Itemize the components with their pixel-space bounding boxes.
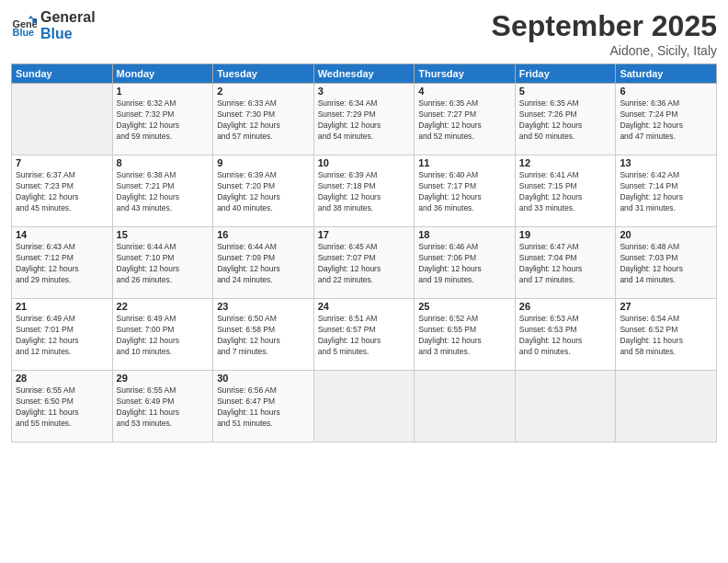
calendar-cell: 29Sunrise: 6:55 AM Sunset: 6:49 PM Dayli… [112, 371, 213, 442]
day-number: 8 [117, 157, 210, 168]
calendar-cell: 15Sunrise: 6:44 AM Sunset: 7:10 PM Dayli… [112, 227, 213, 299]
day-number: 30 [217, 373, 310, 384]
day-number: 29 [117, 373, 210, 384]
day-number: 16 [217, 229, 310, 240]
day-number: 13 [620, 157, 712, 168]
day-number: 1 [117, 86, 210, 97]
column-header-tuesday: Tuesday [213, 64, 314, 84]
calendar-cell [515, 371, 616, 442]
calendar-cell: 25Sunrise: 6:52 AM Sunset: 6:55 PM Dayli… [415, 299, 516, 371]
day-info: Sunrise: 6:51 AM Sunset: 6:57 PM Dayligh… [318, 314, 411, 358]
calendar-cell: 22Sunrise: 6:49 AM Sunset: 7:00 PM Dayli… [112, 299, 213, 371]
day-info: Sunrise: 6:44 AM Sunset: 7:09 PM Dayligh… [217, 242, 310, 286]
column-header-saturday: Saturday [616, 64, 717, 84]
day-number: 12 [519, 157, 612, 168]
day-info: Sunrise: 6:49 AM Sunset: 7:00 PM Dayligh… [117, 314, 210, 358]
calendar-cell: 17Sunrise: 6:45 AM Sunset: 7:07 PM Dayli… [313, 227, 415, 299]
day-number: 2 [217, 86, 310, 97]
calendar-cell: 2Sunrise: 6:33 AM Sunset: 7:30 PM Daylig… [213, 84, 314, 155]
day-number: 25 [418, 301, 511, 312]
day-info: Sunrise: 6:50 AM Sunset: 6:58 PM Dayligh… [217, 314, 310, 358]
day-info: Sunrise: 6:47 AM Sunset: 7:04 PM Dayligh… [519, 242, 612, 286]
calendar-cell: 28Sunrise: 6:55 AM Sunset: 6:50 PM Dayli… [12, 371, 113, 442]
day-number: 3 [318, 86, 411, 97]
day-info: Sunrise: 6:38 AM Sunset: 7:21 PM Dayligh… [117, 170, 210, 214]
day-number: 24 [318, 301, 411, 312]
column-header-thursday: Thursday [415, 64, 516, 84]
day-info: Sunrise: 6:39 AM Sunset: 7:18 PM Dayligh… [318, 170, 411, 214]
day-info: Sunrise: 6:54 AM Sunset: 6:52 PM Dayligh… [620, 314, 712, 358]
calendar-cell: 18Sunrise: 6:46 AM Sunset: 7:06 PM Dayli… [415, 227, 516, 299]
day-info: Sunrise: 6:55 AM Sunset: 6:50 PM Dayligh… [16, 385, 108, 430]
day-number: 17 [318, 229, 411, 240]
calendar-cell [12, 84, 113, 155]
day-number: 23 [217, 301, 310, 312]
day-info: Sunrise: 6:46 AM Sunset: 7:06 PM Dayligh… [418, 242, 511, 286]
day-number: 22 [117, 301, 210, 312]
day-info: Sunrise: 6:56 AM Sunset: 6:47 PM Dayligh… [217, 385, 310, 430]
day-info: Sunrise: 6:34 AM Sunset: 7:29 PM Dayligh… [318, 98, 411, 143]
calendar-cell: 16Sunrise: 6:44 AM Sunset: 7:09 PM Dayli… [213, 227, 314, 299]
day-info: Sunrise: 6:43 AM Sunset: 7:12 PM Dayligh… [16, 242, 108, 286]
logo-general: General [40, 9, 96, 26]
day-info: Sunrise: 6:55 AM Sunset: 6:49 PM Dayligh… [117, 385, 210, 430]
day-number: 9 [217, 157, 310, 168]
column-header-wednesday: Wednesday [313, 64, 415, 84]
day-info: Sunrise: 6:44 AM Sunset: 7:10 PM Dayligh… [117, 242, 210, 286]
calendar-cell: 11Sunrise: 6:40 AM Sunset: 7:17 PM Dayli… [415, 155, 516, 227]
day-info: Sunrise: 6:42 AM Sunset: 7:14 PM Dayligh… [620, 170, 712, 214]
calendar-cell: 10Sunrise: 6:39 AM Sunset: 7:18 PM Dayli… [313, 155, 415, 227]
day-number: 28 [16, 373, 108, 384]
calendar-cell [313, 371, 415, 442]
column-header-friday: Friday [515, 64, 616, 84]
day-number: 20 [620, 229, 712, 240]
title-block: September 2025 Aidone, Sicily, Italy [492, 9, 717, 58]
day-number: 5 [519, 86, 612, 97]
day-info: Sunrise: 6:36 AM Sunset: 7:24 PM Dayligh… [620, 98, 712, 143]
day-info: Sunrise: 6:53 AM Sunset: 6:53 PM Dayligh… [519, 314, 612, 358]
calendar-cell: 7Sunrise: 6:37 AM Sunset: 7:23 PM Daylig… [12, 155, 113, 227]
day-number: 10 [318, 157, 411, 168]
calendar-table: SundayMondayTuesdayWednesdayThursdayFrid… [11, 63, 717, 442]
logo-blue: Blue [40, 26, 96, 42]
calendar-cell: 8Sunrise: 6:38 AM Sunset: 7:21 PM Daylig… [112, 155, 213, 227]
day-number: 21 [16, 301, 108, 312]
calendar-cell: 14Sunrise: 6:43 AM Sunset: 7:12 PM Dayli… [12, 227, 113, 299]
calendar-cell [616, 371, 717, 442]
day-number: 15 [117, 229, 210, 240]
calendar-cell: 3Sunrise: 6:34 AM Sunset: 7:29 PM Daylig… [313, 84, 415, 155]
day-info: Sunrise: 6:48 AM Sunset: 7:03 PM Dayligh… [620, 242, 712, 286]
day-number: 14 [16, 229, 108, 240]
day-info: Sunrise: 6:32 AM Sunset: 7:32 PM Dayligh… [117, 98, 210, 143]
calendar-cell: 23Sunrise: 6:50 AM Sunset: 6:58 PM Dayli… [213, 299, 314, 371]
logo-icon: General Blue [11, 13, 37, 39]
day-info: Sunrise: 6:49 AM Sunset: 7:01 PM Dayligh… [16, 314, 108, 358]
day-info: Sunrise: 6:33 AM Sunset: 7:30 PM Dayligh… [217, 98, 310, 143]
calendar-cell: 9Sunrise: 6:39 AM Sunset: 7:20 PM Daylig… [213, 155, 314, 227]
column-header-monday: Monday [112, 64, 213, 84]
day-number: 19 [519, 229, 612, 240]
calendar-cell: 21Sunrise: 6:49 AM Sunset: 7:01 PM Dayli… [12, 299, 113, 371]
calendar-cell: 13Sunrise: 6:42 AM Sunset: 7:14 PM Dayli… [616, 155, 717, 227]
calendar-cell: 27Sunrise: 6:54 AM Sunset: 6:52 PM Dayli… [616, 299, 717, 371]
calendar-cell: 30Sunrise: 6:56 AM Sunset: 6:47 PM Dayli… [213, 371, 314, 442]
day-info: Sunrise: 6:52 AM Sunset: 6:55 PM Dayligh… [418, 314, 511, 358]
svg-text:Blue: Blue [13, 26, 35, 37]
day-number: 4 [418, 86, 511, 97]
calendar-cell: 5Sunrise: 6:35 AM Sunset: 7:26 PM Daylig… [515, 84, 616, 155]
calendar-cell: 20Sunrise: 6:48 AM Sunset: 7:03 PM Dayli… [616, 227, 717, 299]
calendar-cell: 26Sunrise: 6:53 AM Sunset: 6:53 PM Dayli… [515, 299, 616, 371]
calendar-cell: 19Sunrise: 6:47 AM Sunset: 7:04 PM Dayli… [515, 227, 616, 299]
day-number: 26 [519, 301, 612, 312]
day-info: Sunrise: 6:41 AM Sunset: 7:15 PM Dayligh… [519, 170, 612, 214]
calendar-cell: 1Sunrise: 6:32 AM Sunset: 7:32 PM Daylig… [112, 84, 213, 155]
day-number: 18 [418, 229, 511, 240]
calendar-cell: 4Sunrise: 6:35 AM Sunset: 7:27 PM Daylig… [415, 84, 516, 155]
day-number: 27 [620, 301, 712, 312]
column-header-sunday: Sunday [12, 64, 113, 84]
day-info: Sunrise: 6:39 AM Sunset: 7:20 PM Dayligh… [217, 170, 310, 214]
calendar-cell: 24Sunrise: 6:51 AM Sunset: 6:57 PM Dayli… [313, 299, 415, 371]
calendar-cell [415, 371, 516, 442]
day-number: 6 [620, 86, 712, 97]
month-title: September 2025 [492, 9, 717, 43]
